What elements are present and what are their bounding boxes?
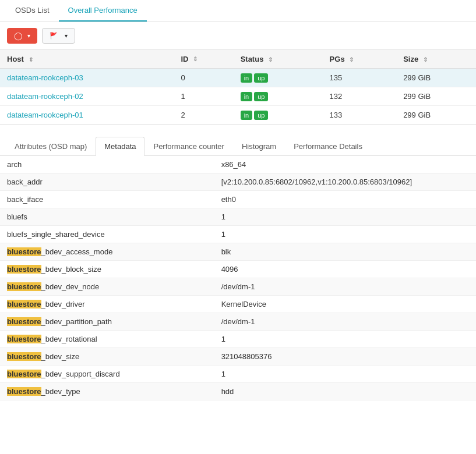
metadata-key: bluestore_bdev_access_mode bbox=[0, 243, 214, 261]
metadata-value: 1 bbox=[214, 366, 476, 383]
badge-up: up bbox=[254, 111, 268, 120]
sort-pgs-icon: ⇕ bbox=[349, 56, 354, 63]
badge-up: up bbox=[254, 92, 268, 101]
bluestore-highlight: bluestore bbox=[7, 282, 41, 291]
tab-performance-details[interactable]: Performance Details bbox=[285, 137, 371, 156]
bluestore-highlight: bluestore bbox=[7, 335, 41, 343]
metadata-row: bluefs1 bbox=[0, 208, 476, 226]
bluestore-highlight: bluestore bbox=[7, 352, 41, 361]
metadata-value: eth0 bbox=[214, 191, 476, 208]
cell-id: 0 bbox=[174, 69, 233, 87]
col-header-pgs[interactable]: PGs ⇕ bbox=[323, 50, 397, 69]
cluster-flags-button[interactable]: 🚩 ▾ bbox=[42, 28, 75, 44]
tab-osds-list[interactable]: OSDs List bbox=[6, 0, 59, 22]
metadata-value: KernelDevice bbox=[214, 296, 476, 313]
toolbar: ◯ ▾ 🚩 ▾ bbox=[0, 22, 476, 49]
detail-tabs: Attributes (OSD map) Metadata Performanc… bbox=[0, 137, 476, 156]
key-rest: _bdev_access_mode bbox=[41, 247, 113, 256]
tab-attributes[interactable]: Attributes (OSD map) bbox=[6, 137, 96, 156]
metadata-key: bluefs bbox=[0, 208, 214, 226]
metadata-key: back_iface bbox=[0, 191, 214, 208]
metadata-key: bluestore_bdev_size bbox=[0, 348, 214, 366]
metadata-row: back_ifaceeth0 bbox=[0, 191, 476, 208]
metadata-key: bluestore_bdev_type bbox=[0, 383, 214, 400]
metadata-value: 1 bbox=[214, 226, 476, 243]
osd-table: Host ⇕ ID ⇕ Status ⇕ PGs ⇕ Size ⇕ datate… bbox=[0, 49, 476, 125]
cell-id: 2 bbox=[174, 106, 233, 125]
metadata-row: archx86_64 bbox=[0, 156, 476, 173]
col-header-host[interactable]: Host ⇕ bbox=[0, 50, 174, 69]
table-row[interactable]: datateam-rookceph-021inup132299 GiB bbox=[0, 87, 476, 106]
metadata-key: bluestore_bdev_block_size bbox=[0, 261, 214, 278]
key-rest: _bdev_type bbox=[41, 387, 80, 396]
key-rest: _bdev_partition_path bbox=[41, 317, 112, 326]
sort-size-icon: ⇕ bbox=[423, 56, 428, 63]
tab-overall-performance[interactable]: Overall Performance bbox=[59, 0, 147, 22]
key-rest: _bdev_driver bbox=[41, 300, 85, 308]
sort-host-icon: ⇕ bbox=[29, 56, 33, 63]
metadata-key: bluestore_bdev_support_discard bbox=[0, 366, 214, 383]
metadata-value: /dev/dm-1 bbox=[214, 313, 476, 331]
cell-host: datateam-rookceph-01 bbox=[0, 106, 174, 125]
metadata-value: blk bbox=[214, 243, 476, 261]
cell-pgs: 133 bbox=[323, 106, 397, 125]
tab-histogram[interactable]: Histogram bbox=[233, 137, 285, 156]
col-header-id[interactable]: ID ⇕ bbox=[174, 50, 233, 69]
metadata-row: bluestore_bdev_driverKernelDevice bbox=[0, 296, 476, 313]
badge-up: up bbox=[254, 73, 268, 83]
table-row[interactable]: datateam-rookceph-012inup133299 GiB bbox=[0, 106, 476, 125]
badge-in: in bbox=[241, 111, 253, 120]
cell-size: 299 GiB bbox=[396, 106, 476, 125]
metadata-table: archx86_64back_addr[v2:10.200.0.85:6802/… bbox=[0, 156, 476, 400]
metadata-key: arch bbox=[0, 156, 214, 173]
key-rest: _bdev_size bbox=[41, 352, 80, 361]
scrub-button[interactable]: ◯ ▾ bbox=[7, 28, 37, 44]
cell-status: inup bbox=[234, 106, 323, 125]
metadata-key: bluestore_bdev_partition_path bbox=[0, 313, 214, 331]
cell-status: inup bbox=[234, 69, 323, 87]
metadata-row: bluestore_bdev_rotational1 bbox=[0, 331, 476, 348]
metadata-key: bluestore_bdev_driver bbox=[0, 296, 214, 313]
tab-performance-counter[interactable]: Performance counter bbox=[144, 137, 232, 156]
sort-id-icon: ⇕ bbox=[193, 56, 198, 62]
metadata-row: bluestore_bdev_block_size4096 bbox=[0, 261, 476, 278]
col-header-size[interactable]: Size ⇕ bbox=[396, 50, 476, 69]
col-header-status[interactable]: Status ⇕ bbox=[234, 50, 323, 69]
tab-metadata[interactable]: Metadata bbox=[96, 137, 144, 156]
metadata-row: bluestore_bdev_size321048805376 bbox=[0, 348, 476, 366]
metadata-value: [v2:10.200.0.85:6802/10962,v1:10.200.0.8… bbox=[214, 173, 476, 191]
key-rest: _bdev_rotational bbox=[41, 335, 97, 343]
scrub-caret-icon: ▾ bbox=[27, 33, 30, 39]
metadata-value: 321048805376 bbox=[214, 348, 476, 366]
cell-pgs: 135 bbox=[323, 69, 397, 87]
table-row[interactable]: datateam-rookceph-030inup135299 GiB bbox=[0, 69, 476, 87]
badge-in: in bbox=[241, 92, 253, 101]
bluestore-highlight: bluestore bbox=[7, 265, 41, 274]
metadata-row: bluestore_bdev_access_modeblk bbox=[0, 243, 476, 261]
bluestore-highlight: bluestore bbox=[7, 247, 41, 256]
metadata-value: x86_64 bbox=[214, 156, 476, 173]
cell-id: 1 bbox=[174, 87, 233, 106]
metadata-value: 1 bbox=[214, 331, 476, 348]
metadata-row: bluestore_bdev_typehdd bbox=[0, 383, 476, 400]
cluster-caret-icon: ▾ bbox=[65, 33, 68, 39]
metadata-key: bluefs_single_shared_device bbox=[0, 226, 214, 243]
table-footer bbox=[0, 125, 476, 132]
key-rest: _bdev_block_size bbox=[41, 265, 101, 274]
scrub-icon: ◯ bbox=[14, 31, 23, 40]
cell-host: datateam-rookceph-03 bbox=[0, 69, 174, 87]
bluestore-highlight: bluestore bbox=[7, 317, 41, 326]
cell-size: 299 GiB bbox=[396, 69, 476, 87]
metadata-value: /dev/dm-1 bbox=[214, 278, 476, 296]
sort-status-icon: ⇕ bbox=[268, 56, 273, 63]
flag-icon: 🚩 bbox=[50, 32, 58, 40]
badge-in: in bbox=[241, 73, 253, 83]
metadata-value: 4096 bbox=[214, 261, 476, 278]
metadata-value: 1 bbox=[214, 208, 476, 226]
metadata-key: back_addr bbox=[0, 173, 214, 191]
key-rest: _bdev_dev_node bbox=[41, 282, 100, 291]
metadata-row: bluestore_bdev_dev_node/dev/dm-1 bbox=[0, 278, 476, 296]
bluestore-highlight: bluestore bbox=[7, 387, 41, 396]
metadata-key: bluestore_bdev_rotational bbox=[0, 331, 214, 348]
metadata-row: bluestore_bdev_support_discard1 bbox=[0, 366, 476, 383]
